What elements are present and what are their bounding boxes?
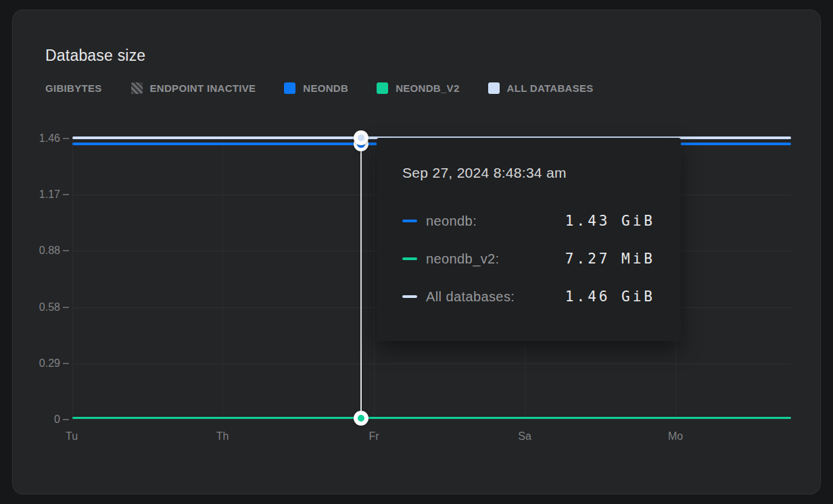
tooltip-row-neondb: neondb: 1.43 GiB	[402, 208, 655, 234]
legend-item-label: ALL DATABASES	[507, 82, 594, 94]
x-axis-label: Th	[195, 430, 249, 443]
unit-label: GIBIBYTES	[45, 82, 102, 94]
tooltip-rows: neondb: 1.43 GiB neondb_v2: 7.27 MiB All…	[402, 208, 655, 309]
all-databases-swatch-icon	[488, 82, 500, 94]
chart-legend: GIBIBYTES ENDPOINT INACTIVE NEONDB NEOND…	[45, 82, 622, 94]
hover-marker-neondb-v2	[354, 411, 368, 426]
gridline-horizontal	[72, 363, 791, 364]
y-axis-tick	[63, 307, 69, 308]
endpoint-inactive-swatch-icon	[131, 82, 143, 94]
neondb-v2-swatch-icon	[377, 82, 388, 94]
chart-tooltip: Sep 27, 2024 8:48:34 am neondb: 1.43 GiB…	[377, 138, 681, 341]
neondb-dash-icon	[402, 220, 417, 222]
all-databases-point-dot	[358, 134, 364, 141]
legend-item-label: NEONDB_V2	[396, 82, 459, 94]
neondb-v2-point-dot	[358, 415, 364, 422]
legend-item-all-databases[interactable]: ALL DATABASES	[488, 82, 594, 94]
y-axis-label: 0.88	[13, 244, 60, 257]
legend-item-label: NEONDB	[303, 82, 348, 94]
legend-item-label: ENDPOINT INACTIVE	[150, 82, 256, 94]
gridline-vertical	[374, 138, 375, 420]
y-axis-tick	[63, 194, 69, 195]
legend-item-neondb-v2[interactable]: NEONDB_V2	[377, 82, 459, 94]
gridline-vertical	[72, 138, 73, 420]
legend-item-endpoint-inactive[interactable]: ENDPOINT INACTIVE	[131, 82, 256, 94]
y-axis-tick	[63, 419, 69, 420]
y-axis-tick	[63, 250, 69, 251]
tooltip-series-value: 7.27 MiB	[565, 251, 655, 267]
tooltip-series-label: All databases:	[426, 289, 515, 305]
tooltip-timestamp: Sep 27, 2024 8:48:34 am	[402, 163, 655, 182]
hover-marker-all-databases	[354, 130, 368, 145]
x-axis-label: Mo	[648, 430, 703, 443]
chart-title: Database size	[45, 47, 145, 65]
gridline-horizontal	[72, 419, 791, 420]
neondb-v2-line	[72, 417, 791, 419]
all-databases-dash-icon	[402, 295, 417, 298]
y-axis-label: 0	[13, 413, 60, 426]
y-axis-tick	[63, 138, 69, 139]
tooltip-series-value: 1.46 GiB	[565, 288, 655, 305]
tooltip-series-label: neondb:	[426, 213, 477, 229]
neondb-v2-dash-icon	[402, 257, 417, 260]
crosshair-line	[360, 133, 362, 424]
tooltip-series-label: neondb_v2:	[426, 251, 500, 267]
x-axis-label: Tu	[45, 430, 99, 443]
y-axis-label: 1.17	[13, 188, 60, 201]
database-size-card: Database size GIBIBYTES ENDPOINT INACTIV…	[12, 9, 821, 495]
tooltip-series-value: 1.43 GiB	[565, 213, 655, 229]
y-axis-label: 1.46	[13, 132, 60, 145]
legend-item-neondb[interactable]: NEONDB	[284, 82, 348, 94]
y-axis-tick	[63, 363, 69, 364]
neondb-swatch-icon	[284, 82, 295, 94]
gridline-vertical	[222, 138, 223, 420]
tooltip-row-all-databases: All databases: 1.46 GiB	[402, 284, 655, 309]
tooltip-row-neondb-v2: neondb_v2: 7.27 MiB	[402, 246, 655, 272]
x-axis-label: Fr	[347, 430, 401, 443]
y-axis-label: 0.58	[13, 301, 60, 314]
y-axis-label: 0.29	[13, 357, 60, 370]
x-axis-label: Sa	[498, 430, 552, 443]
